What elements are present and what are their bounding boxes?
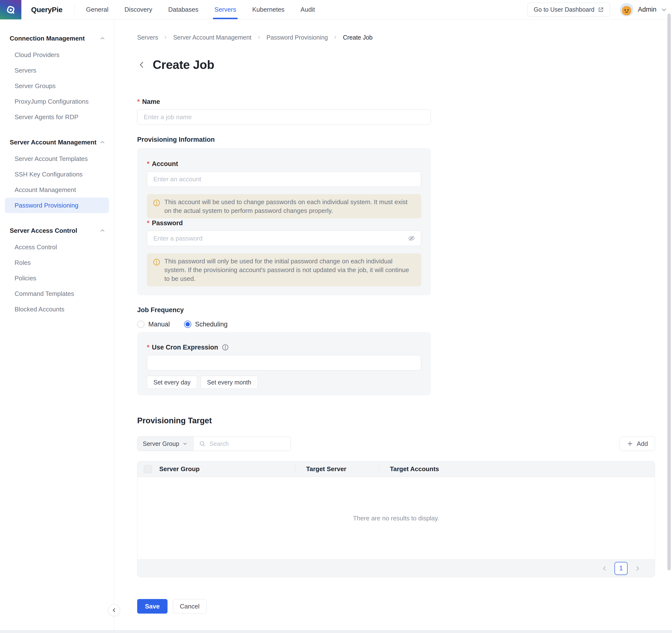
sidebar-collapse-button[interactable] xyxy=(108,604,120,616)
sidebar-item-server-account-templates[interactable]: Server Account Templates xyxy=(5,151,109,167)
content: Servers Server Account Management Passwo… xyxy=(114,19,672,633)
nav-divider xyxy=(74,5,75,15)
radio-unchecked[interactable] xyxy=(137,321,144,328)
pagination-next-icon[interactable] xyxy=(634,565,641,572)
sidebar-section-header-server-account-management[interactable]: Server Account Management xyxy=(0,137,114,148)
provisioning-target-title: Provisioning Target xyxy=(137,416,655,427)
scrollbar-thumb[interactable] xyxy=(667,14,671,570)
nav-item-audit[interactable]: Audit xyxy=(301,0,315,19)
breadcrumb-password-provisioning[interactable]: Password Provisioning xyxy=(267,34,328,41)
sidebar-section-server-account-management: Server Account Management Server Account… xyxy=(0,137,114,213)
table-pagination: 1 xyxy=(138,559,655,577)
external-link-icon xyxy=(598,6,604,13)
password-input[interactable] xyxy=(147,230,421,246)
pagination-prev-icon[interactable] xyxy=(601,565,608,572)
sidebar-item-password-provisioning[interactable]: Password Provisioning xyxy=(5,198,109,213)
target-filter: Server Group xyxy=(137,436,291,451)
back-button[interactable] xyxy=(137,60,146,69)
info-icon[interactable] xyxy=(222,344,229,351)
radio-checked[interactable] xyxy=(184,321,191,328)
app-root: QueryPie General Discovery Databases Ser… xyxy=(0,0,672,633)
column-divider xyxy=(379,465,379,473)
sidebar-section-server-access-control: Server Access Control Access Control Rol… xyxy=(0,225,114,317)
password-note: This password will only be used for the … xyxy=(147,253,421,286)
nav-right: Go to User Dashboard Admin xyxy=(528,3,672,17)
column-server-group: Server Group xyxy=(159,465,295,473)
account-note-text: This account will be used to change pass… xyxy=(164,198,415,215)
page-title: Create Job xyxy=(153,58,214,72)
dashboard-button-label: Go to User Dashboard xyxy=(534,6,594,13)
chevron-up-icon[interactable] xyxy=(99,227,105,234)
add-button[interactable]: Add xyxy=(620,436,655,451)
querypie-logo-icon[interactable] xyxy=(0,0,21,19)
job-name-input[interactable] xyxy=(137,109,431,125)
plus-icon xyxy=(627,440,633,447)
primary-nav: General Discovery Databases Servers Kube… xyxy=(86,0,315,19)
section-title: Server Account Management xyxy=(10,139,96,146)
eye-slash-icon[interactable] xyxy=(408,235,415,242)
sidebar-item-proxyjump-configurations[interactable]: ProxyJump Configurations xyxy=(5,94,109,109)
breadcrumb-servers[interactable]: Servers xyxy=(137,34,158,41)
provisioning-target-toolbar: Server Group Add xyxy=(137,436,655,451)
warning-icon xyxy=(153,258,161,283)
chevron-up-icon[interactable] xyxy=(99,139,105,145)
nav-item-servers[interactable]: Servers xyxy=(214,0,236,19)
job-frequency-title: Job Frequency xyxy=(137,306,655,316)
sidebar-item-cloud-providers[interactable]: Cloud Providers xyxy=(5,47,109,63)
sidebar-item-server-groups[interactable]: Server Groups xyxy=(5,78,109,94)
sidebar-item-access-control[interactable]: Access Control xyxy=(5,239,109,255)
breadcrumb: Servers Server Account Management Passwo… xyxy=(137,32,655,42)
top-nav: QueryPie General Discovery Databases Ser… xyxy=(0,0,672,19)
sidebar-item-server-agents-for-rdp[interactable]: Server Agents for RDP xyxy=(5,109,109,125)
filter-type-dropdown[interactable]: Server Group xyxy=(138,437,193,451)
sidebar-item-ssh-key-configurations[interactable]: SSH Key Configurations xyxy=(5,167,109,182)
scheduling-panel: * Use Cron Expression Set every day Set … xyxy=(137,332,431,395)
account-note: This account will be used to change pass… xyxy=(147,194,421,218)
sidebar-section-header-connection-management[interactable]: Connection Management xyxy=(0,33,114,44)
sidebar-item-account-management[interactable]: Account Management xyxy=(5,182,109,198)
radio-option-manual[interactable]: Manual xyxy=(137,321,170,328)
cancel-button[interactable]: Cancel xyxy=(173,599,207,614)
page-header: Create Job xyxy=(137,56,655,73)
avatar[interactable] xyxy=(620,3,633,17)
breadcrumb-server-account-management[interactable]: Server Account Management xyxy=(173,34,251,41)
nav-item-discovery[interactable]: Discovery xyxy=(124,0,152,19)
go-to-user-dashboard-button[interactable]: Go to User Dashboard xyxy=(528,3,610,17)
nav-item-kubernetes[interactable]: Kubernetes xyxy=(252,0,285,19)
nav-item-general[interactable]: General xyxy=(86,0,109,19)
chevron-right-icon xyxy=(333,35,338,40)
chevron-right-icon xyxy=(256,35,262,40)
save-button[interactable]: Save xyxy=(137,599,168,614)
sidebar-item-blocked-accounts[interactable]: Blocked Accounts xyxy=(5,301,109,317)
provisioning-target-table: Server Group Target Server Target Accoun… xyxy=(137,461,655,577)
nav-item-databases[interactable]: Databases xyxy=(168,0,198,19)
account-input[interactable] xyxy=(147,171,421,187)
cron-preset-buttons: Set every day Set every month xyxy=(147,376,421,389)
column-target-accounts: Target Accounts xyxy=(390,465,655,473)
chevron-down-icon[interactable] xyxy=(661,6,668,13)
required-mark: * xyxy=(137,98,140,105)
search-box xyxy=(193,437,291,451)
search-input[interactable] xyxy=(209,440,285,447)
pagination-page-1[interactable]: 1 xyxy=(615,562,628,575)
sidebar-item-servers[interactable]: Servers xyxy=(5,63,109,78)
column-target-server: Target Server xyxy=(306,465,379,473)
sidebar-section-header-server-access-control[interactable]: Server Access Control xyxy=(0,225,114,236)
warning-icon xyxy=(153,199,161,215)
brand-name: QueryPie xyxy=(31,6,63,14)
password-label: * Password xyxy=(147,218,421,228)
sidebar-item-command-templates[interactable]: Command Templates xyxy=(5,286,109,301)
bottom-edge xyxy=(0,630,672,633)
set-every-month-button[interactable]: Set every month xyxy=(200,376,258,389)
provisioning-information-panel: * Account This account will be used to c… xyxy=(137,148,431,295)
sidebar-item-roles[interactable]: Roles xyxy=(5,255,109,270)
sidebar-item-policies[interactable]: Policies xyxy=(5,270,109,286)
radio-option-scheduling[interactable]: Scheduling xyxy=(184,321,228,328)
main-layout: Connection Management Cloud Providers Se… xyxy=(0,19,672,633)
sidebar: Connection Management Cloud Providers Se… xyxy=(0,19,114,633)
select-all-checkbox[interactable] xyxy=(144,465,152,473)
cron-expression-input[interactable] xyxy=(147,355,421,370)
required-mark: * xyxy=(147,160,149,168)
set-every-day-button[interactable]: Set every day xyxy=(147,376,197,389)
chevron-up-icon[interactable] xyxy=(99,35,105,42)
